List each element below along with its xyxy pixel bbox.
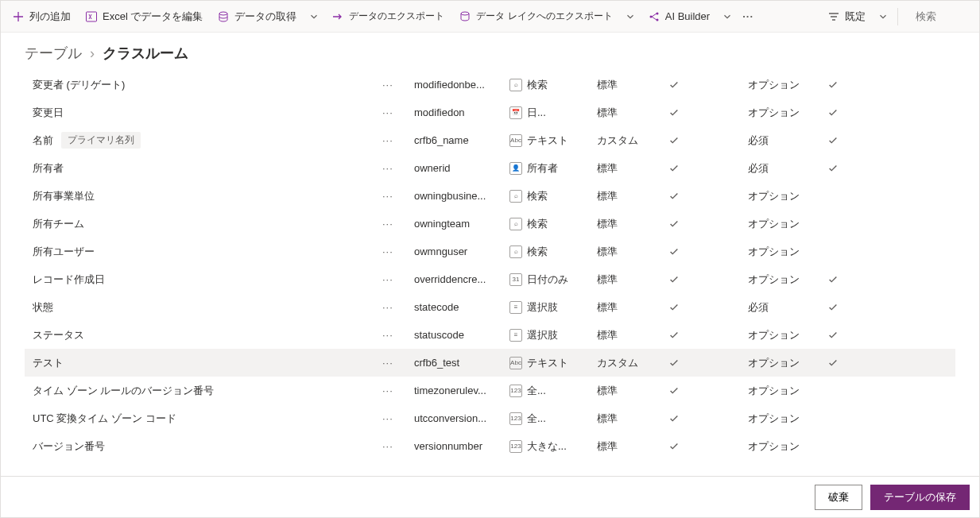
ai-builder-button[interactable]: AI Builder <box>641 4 716 29</box>
column-row[interactable]: タイム ゾーン ルールのバージョン番号···timezonerulev...12… <box>25 377 955 404</box>
export-data-button[interactable]: データのエクスポート <box>325 4 451 29</box>
row-menu-button[interactable]: ··· <box>382 190 414 202</box>
row-menu-button[interactable]: ··· <box>382 273 414 285</box>
datatype-label: 全... <box>527 384 546 398</box>
datatype-label: 検索 <box>527 78 548 92</box>
column-row[interactable]: 所有ユーザー···owmnguser⌕検索標準オプション <box>25 238 955 265</box>
save-table-button[interactable]: テーブルの保存 <box>870 485 970 510</box>
content-area: テーブル › クラスルーム 変更者 (デリゲート)···modifiedonbe… <box>1 33 979 476</box>
datatype-label: 検索 <box>527 217 548 231</box>
check-mark-1 <box>668 79 748 91</box>
column-type: 標準 <box>597 273 668 287</box>
row-menu-button[interactable]: ··· <box>382 162 414 174</box>
column-type: 標準 <box>597 328 668 342</box>
column-display-name: バージョン番号 <box>33 439 105 454</box>
row-menu-button[interactable]: ··· <box>382 329 414 341</box>
command-bar: 列の追加 Excel でデータを編集 データの取得 データのエクスポート データ… <box>1 1 979 33</box>
required-level: オプション <box>748 78 827 92</box>
column-type: 標準 <box>597 384 668 398</box>
column-row[interactable]: ステータス···statuscode≡選択肢標準オプション <box>25 321 955 349</box>
excel-icon <box>85 10 98 23</box>
required-level: 必須 <box>748 300 827 315</box>
search-box[interactable] <box>903 4 974 29</box>
check-mark-1 <box>668 191 748 202</box>
column-display-name: 所有チーム <box>33 217 84 231</box>
row-menu-button[interactable]: ··· <box>382 357 414 369</box>
column-schema-name: statecode <box>414 301 509 313</box>
lake-icon <box>459 10 471 23</box>
column-row[interactable]: 名前プライマリ名列···crfb6_nameAbcテキストカスタム必須 <box>25 126 955 154</box>
row-menu-button[interactable]: ··· <box>382 301 414 313</box>
more-commands-button[interactable]: ··· <box>738 4 757 29</box>
row-menu-button[interactable]: ··· <box>382 440 414 452</box>
column-row[interactable]: 変更者 (デリゲート)···modifiedonbe...⌕検索標準オプション <box>25 71 955 99</box>
required-level: オプション <box>748 356 827 370</box>
datatype-icon: ≡ <box>509 329 522 342</box>
breadcrumb-root[interactable]: テーブル <box>25 44 82 63</box>
datatype-label: 所有者 <box>527 161 558 176</box>
datatype-label: 選択肢 <box>527 328 558 342</box>
ai-builder-icon <box>648 10 660 23</box>
column-row[interactable]: 所有者···ownerid👤所有者標準必須 <box>25 154 955 182</box>
required-level: オプション <box>748 273 827 287</box>
edit-in-excel-button[interactable]: Excel でデータを編集 <box>79 4 209 29</box>
row-menu-button[interactable]: ··· <box>382 134 414 146</box>
datatype-label: 日付のみ <box>527 273 568 287</box>
discard-button[interactable]: 破棄 <box>815 485 862 510</box>
export-lake-chevron[interactable] <box>621 4 640 29</box>
required-level: 必須 <box>748 133 827 148</box>
column-schema-name: statuscode <box>414 329 509 341</box>
check-mark-1 <box>668 413 748 424</box>
row-menu-button[interactable]: ··· <box>382 385 414 396</box>
column-row[interactable]: 所有事業単位···owningbusine...⌕検索標準オプション <box>25 182 955 210</box>
required-level: オプション <box>748 412 827 426</box>
column-display-name: UTC 変換タイム ゾーン コード <box>33 412 176 426</box>
check-mark-1 <box>668 163 748 174</box>
ai-builder-label: AI Builder <box>665 10 710 22</box>
column-row[interactable]: 所有チーム···owningteam⌕検索標準オプション <box>25 210 955 238</box>
required-level: オプション <box>748 217 827 231</box>
column-type: 標準 <box>597 106 668 120</box>
view-icon <box>827 10 840 23</box>
export-lake-label: データ レイクへのエクスポート <box>476 11 612 21</box>
export-lake-button[interactable]: データ レイクへのエクスポート <box>452 4 618 29</box>
check-mark-2 <box>827 79 851 91</box>
add-column-button[interactable]: 列の追加 <box>6 4 77 29</box>
column-row[interactable]: バージョン番号···versionnumber123大きな...標準オプション <box>25 432 955 460</box>
column-type: 標準 <box>597 300 668 315</box>
toolbar-separator <box>897 8 898 25</box>
column-schema-name: ownerid <box>414 162 509 174</box>
datatype-icon: ≡ <box>509 301 522 314</box>
datatype-icon: Abc <box>509 134 522 147</box>
column-row[interactable]: テスト···crfb6_testAbcテキストカスタムオプション <box>25 349 955 377</box>
column-row[interactable]: UTC 変換タイム ゾーン コード···utcconversion...123全… <box>25 404 955 432</box>
row-menu-button[interactable]: ··· <box>382 245 414 257</box>
row-menu-button[interactable]: ··· <box>382 218 414 230</box>
export-icon <box>331 10 344 23</box>
datatype-label: 検索 <box>527 245 548 259</box>
required-level: オプション <box>748 439 827 454</box>
row-menu-button[interactable]: ··· <box>382 106 414 118</box>
column-row[interactable]: レコード作成日···overriddencre...31日付のみ標準オプション <box>25 265 955 293</box>
check-mark-2 <box>827 274 851 285</box>
required-level: オプション <box>748 245 827 259</box>
check-mark-2 <box>827 330 851 341</box>
get-data-chevron[interactable] <box>304 4 323 29</box>
default-view-button[interactable]: 既定 <box>821 4 872 29</box>
column-row[interactable]: 変更日···modifiedon📅日...標準オプション <box>25 99 955 126</box>
footer-bar: 破棄 テーブルの保存 <box>1 476 979 517</box>
datatype-icon: ⌕ <box>509 218 522 230</box>
search-input[interactable] <box>916 10 963 22</box>
column-row[interactable]: 状態···statecode≡選択肢標準必須 <box>25 293 955 321</box>
check-mark-2 <box>827 358 851 369</box>
row-menu-button[interactable]: ··· <box>382 79 414 91</box>
datatype-label: テキスト <box>527 133 568 148</box>
column-schema-name: crfb6_test <box>414 357 509 369</box>
ai-builder-chevron[interactable] <box>718 4 737 29</box>
default-view-chevron[interactable] <box>873 4 893 29</box>
datatype-icon: ⌕ <box>509 245 522 258</box>
get-data-button[interactable]: データの取得 <box>211 4 303 29</box>
datatype-label: 検索 <box>527 189 548 203</box>
row-menu-button[interactable]: ··· <box>382 412 414 424</box>
column-type: 標準 <box>597 189 668 203</box>
